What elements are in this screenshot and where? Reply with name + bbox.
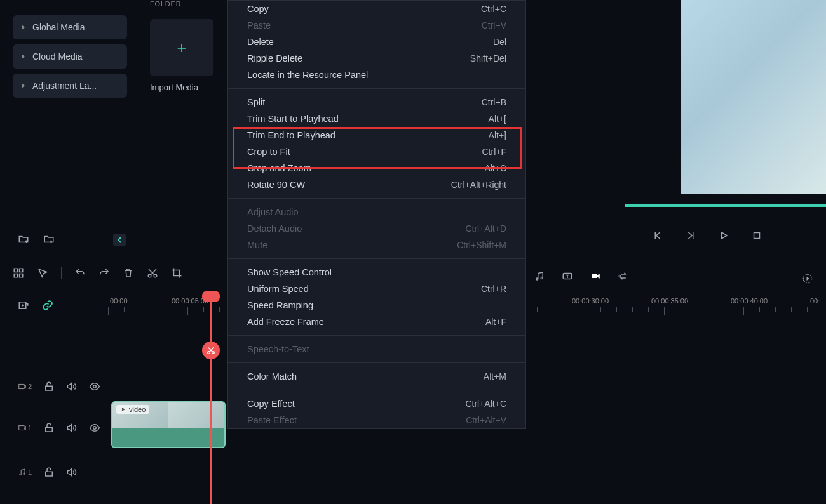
- lock-icon[interactable]: [43, 381, 55, 392]
- menu-item-shortcut: Ctrl+Alt+V: [466, 415, 506, 425]
- menu-item-shortcut: Ctrl+Alt+C: [465, 399, 506, 409]
- mute-icon[interactable]: [66, 422, 78, 434]
- menu-divider: [228, 362, 525, 363]
- mute-icon[interactable]: [66, 381, 78, 392]
- menu-item-label: Copy: [247, 4, 269, 14]
- playhead-split-button[interactable]: [202, 342, 220, 359]
- menu-item-add-freeze-frame[interactable]: Add Freeze FrameAlt+F: [228, 314, 525, 330]
- playhead[interactable]: [210, 291, 212, 504]
- video-track-2-controls: 2: [18, 381, 107, 392]
- menu-item-label: Paste Effect: [247, 415, 297, 425]
- sidebar-bottom-actions: [18, 234, 55, 245]
- ruler-label: 00:00:40:00: [731, 297, 768, 305]
- caret-right-icon: [22, 25, 25, 30]
- toolbar-separator: [61, 267, 62, 279]
- menu-item-label: Adjust Audio: [247, 207, 299, 217]
- menu-item-trim-start-to-playhead[interactable]: Trim Start to PlayheadAlt+[: [228, 110, 525, 127]
- menu-item-copy[interactable]: CopyCtrl+C: [228, 1, 525, 17]
- menu-item-label: Speech-to-Text: [247, 344, 309, 354]
- menu-item-delete[interactable]: DeleteDel: [228, 34, 525, 50]
- svg-point-21: [93, 427, 97, 430]
- sidebar-item-global-media[interactable]: Global Media: [13, 15, 127, 39]
- import-media-button[interactable]: +: [150, 19, 213, 76]
- swap-icon[interactable]: [618, 270, 629, 282]
- menu-item-label: Locate in the Resource Panel: [247, 70, 368, 80]
- preview-viewport[interactable]: [681, 0, 826, 194]
- menu-item-color-match[interactable]: Color MatchAlt+M: [228, 368, 525, 385]
- visibility-icon[interactable]: [89, 422, 100, 434]
- render-button[interactable]: [802, 273, 813, 287]
- menu-item-split[interactable]: SplitCtrl+B: [228, 94, 525, 110]
- grid-icon[interactable]: [13, 267, 24, 279]
- audio-tool-icon[interactable]: [534, 270, 545, 282]
- menu-item-crop-to-fit[interactable]: Crop to FitCtrl+F: [228, 143, 525, 160]
- svg-rect-20: [46, 427, 53, 432]
- cursor-icon[interactable]: [37, 267, 48, 279]
- record-icon[interactable]: [590, 270, 601, 282]
- menu-item-label: Detach Audio: [247, 223, 302, 234]
- menu-item-label: Rotate 90 CW: [247, 180, 305, 190]
- next-frame-icon[interactable]: [685, 230, 696, 241]
- prev-frame-icon[interactable]: [652, 230, 663, 241]
- link-icon[interactable]: [42, 300, 53, 311]
- menu-item-trim-end-to-playhead[interactable]: Trim End to PlayheadAlt+]: [228, 127, 525, 143]
- svg-rect-1: [14, 269, 17, 272]
- menu-item-copy-effect[interactable]: Copy EffectCtrl+Alt+C: [228, 395, 525, 412]
- sidebar-item-adjustment-layer[interactable]: Adjustment La...: [13, 74, 127, 98]
- menu-item-shortcut: Shift+Del: [470, 53, 506, 63]
- audio-track-1-controls: 1: [18, 467, 107, 478]
- menu-item-shortcut: Ctrl+F: [482, 147, 507, 157]
- video-track-icon: 2: [18, 382, 32, 391]
- svg-rect-16: [19, 385, 24, 389]
- menu-divider: [228, 390, 525, 390]
- menu-item-label: Delete: [247, 37, 274, 47]
- svg-point-8: [541, 277, 543, 279]
- sidebar-item-cloud-media[interactable]: Cloud Media: [13, 44, 127, 69]
- lock-icon[interactable]: [43, 467, 55, 478]
- preview-progress[interactable]: [625, 204, 826, 207]
- menu-item-label: Trim Start to Playhead: [247, 114, 339, 124]
- svg-rect-3: [14, 274, 17, 277]
- playhead-handle[interactable]: [202, 291, 220, 302]
- video-track-icon: 1: [18, 423, 32, 432]
- menu-item-crop-and-zoom[interactable]: Crop and ZoomAlt+C: [228, 160, 525, 176]
- timeline-header-controls: [18, 300, 53, 311]
- undo-icon[interactable]: [74, 267, 86, 279]
- menu-item-label: Ripple Delete: [247, 53, 302, 63]
- preview-progress-fill: [625, 204, 826, 207]
- menu-item-shortcut: Alt+C: [484, 163, 506, 173]
- menu-item-show-speed-control[interactable]: Show Speed Control: [228, 264, 525, 281]
- lock-icon[interactable]: [43, 422, 55, 434]
- menu-item-speed-ramping[interactable]: Speed Ramping: [228, 297, 525, 314]
- timeline-clip[interactable]: video: [111, 401, 226, 448]
- svg-point-22: [20, 474, 21, 475]
- cut-icon[interactable]: [147, 267, 158, 279]
- ruler-label: 00:: [810, 297, 820, 305]
- visibility-icon[interactable]: [89, 381, 100, 392]
- delete-folder-icon[interactable]: [43, 234, 55, 245]
- svg-point-11: [619, 275, 621, 277]
- delete-icon[interactable]: [123, 267, 134, 279]
- menu-item-ripple-delete[interactable]: Ripple DeleteShift+Del: [228, 50, 525, 67]
- text-tool-icon[interactable]: [562, 270, 573, 282]
- play-icon[interactable]: [718, 230, 729, 241]
- add-track-icon[interactable]: [18, 300, 29, 311]
- mute-icon[interactable]: [66, 467, 78, 478]
- menu-item-shortcut: Ctrl+Alt+Right: [451, 180, 506, 190]
- menu-item-uniform-speed[interactable]: Uniform SpeedCtrl+R: [228, 281, 525, 297]
- sidebar-collapse-button[interactable]: [113, 234, 126, 246]
- menu-item-adjust-audio: Adjust Audio: [228, 204, 525, 220]
- menu-item-paste-effect: Paste EffectCtrl+Alt+V: [228, 412, 525, 428]
- stop-icon[interactable]: [751, 230, 762, 241]
- new-folder-icon[interactable]: [18, 234, 29, 245]
- svg-rect-24: [46, 472, 53, 476]
- svg-rect-10: [592, 274, 597, 278]
- menu-item-rotate-90-cw[interactable]: Rotate 90 CWCtrl+Alt+Right: [228, 176, 525, 193]
- menu-item-shortcut: Ctrl+Shift+M: [457, 240, 506, 250]
- menu-item-paste: PasteCtrl+V: [228, 17, 525, 34]
- menu-item-locate-in-the-resource-panel[interactable]: Locate in the Resource Panel: [228, 67, 525, 83]
- crop-icon[interactable]: [171, 267, 182, 279]
- plus-icon: +: [177, 38, 186, 58]
- folder-header: FOLDER: [150, 0, 213, 8]
- redo-icon[interactable]: [98, 267, 110, 279]
